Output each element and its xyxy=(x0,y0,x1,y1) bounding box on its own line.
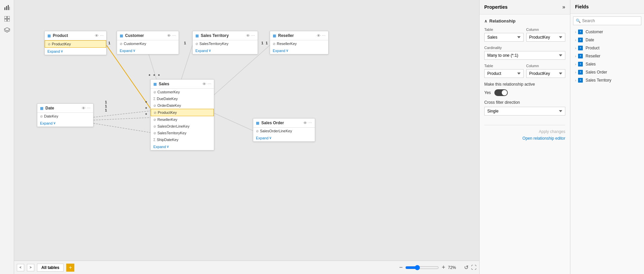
field-item-product[interactable]: › ≡ Product xyxy=(570,44,644,52)
cardinality-date-star-c: * xyxy=(145,112,147,117)
expand-sales-order[interactable]: Expand ∨ xyxy=(253,134,315,141)
cardinality-select[interactable]: Many to one (*:1) xyxy=(484,51,565,60)
column1-col: Column ProductKey xyxy=(526,28,566,42)
visibility-icon-product[interactable]: 👁 xyxy=(95,34,99,38)
chevron-down-icon-sales-order: ∨ xyxy=(269,136,272,140)
column2-label: Column xyxy=(526,64,566,68)
chevron-down-icon-date: ∨ xyxy=(53,121,56,125)
properties-panel: Properties » ∧ Relationship Table Sales … xyxy=(479,0,570,274)
cardinality-star-1: * xyxy=(149,73,150,78)
row-icon-resellerkey: ⊘ xyxy=(273,42,275,46)
fields-header: Fields xyxy=(570,0,644,14)
visibility-icon-sales-order[interactable]: 👁 xyxy=(303,121,307,125)
sidebar-icon-layers[interactable] xyxy=(2,26,12,35)
collapse-properties-button[interactable]: » xyxy=(562,4,565,10)
chevron-up-icon: ∧ xyxy=(484,19,487,24)
prev-nav-button[interactable]: < xyxy=(17,264,24,271)
field-item-date[interactable]: › ≡ Date xyxy=(570,36,644,44)
active-toggle[interactable] xyxy=(494,89,508,96)
cardinality-date-1c: 1 xyxy=(105,108,107,112)
table-row-sales-duedatekey: Σ DueDateKey xyxy=(151,95,214,102)
table-row-customerkey: ⊘ CustomerKey xyxy=(117,40,179,47)
zoom-level: 72% xyxy=(448,265,460,270)
expand-icon-sales: › xyxy=(575,62,576,66)
table1-col: Table Sales xyxy=(484,28,524,42)
expand-sales[interactable]: Expand ∨ xyxy=(151,143,214,150)
active-label: Make this relationship active xyxy=(484,82,565,87)
svg-marker-8 xyxy=(4,28,10,31)
table-icon-sales-order: ▦ xyxy=(256,121,259,125)
table-icon-product-fields: ≡ xyxy=(578,46,583,50)
next-nav-button[interactable]: > xyxy=(27,264,34,271)
cardinality-label: Cardinality xyxy=(484,46,565,50)
table-title-sales-order: Sales Order xyxy=(261,121,302,125)
table-header-sales-territory: ▦ Sales Territory 👁 ⋯ xyxy=(193,31,258,40)
expand-date[interactable]: Expand ∨ xyxy=(37,120,93,127)
zoom-out-button[interactable]: − xyxy=(399,264,403,271)
expand-territory[interactable]: Expand ∨ xyxy=(193,47,258,54)
field-item-sales-order[interactable]: › ≡ Sales Order xyxy=(570,68,644,76)
table2-col: Table Product xyxy=(484,64,524,78)
visibility-icon-date[interactable]: 👁 xyxy=(82,106,85,110)
field-item-sales-territory[interactable]: › ≡ Sales Territory xyxy=(570,76,644,84)
more-icon-territory[interactable]: ⋯ xyxy=(251,34,255,38)
table-header-icons-customer: 👁 ⋯ xyxy=(167,34,176,38)
sidebar-icon-grid[interactable] xyxy=(2,14,12,24)
more-icon-sales[interactable]: ⋯ xyxy=(207,82,211,86)
table-header-sales-order: ▦ Sales Order 👁 ⋯ xyxy=(253,119,315,128)
field-item-sales[interactable]: › ≡ Sales xyxy=(570,60,644,68)
svg-rect-3 xyxy=(9,7,10,10)
fields-search-input[interactable] xyxy=(573,16,641,25)
field-item-reseller[interactable]: › ≡ Reseller xyxy=(570,52,644,60)
svg-line-16 xyxy=(213,112,254,131)
table-header-icons-date: 👁 ⋯ xyxy=(82,106,90,110)
zoom-in-button[interactable]: + xyxy=(442,264,445,271)
all-tables-tab[interactable]: All tables xyxy=(37,264,64,272)
table1-select[interactable]: Sales xyxy=(484,33,524,42)
table-card-reseller: ▦ Reseller 👁 ⋯ ⊘ ResellerKey Expand ∨ xyxy=(270,31,329,54)
fields-list: › ≡ Customer › ≡ Date › ≡ Product › ≡ Re… xyxy=(570,28,644,84)
table-header-icons-product: 👁 ⋯ xyxy=(95,34,104,38)
svg-rect-1 xyxy=(6,6,7,10)
field-label-sales-territory: Sales Territory xyxy=(585,78,611,83)
zoom-slider[interactable] xyxy=(405,265,439,270)
reset-zoom-button[interactable]: ↺ xyxy=(464,264,468,271)
column2-select[interactable]: ProductKey xyxy=(526,69,566,78)
more-icon-customer[interactable]: ⋯ xyxy=(172,34,176,38)
table-header-icons-sales-order: 👁 ⋯ xyxy=(303,121,312,125)
field-label-sales: Sales xyxy=(585,62,596,66)
more-icon-reseller[interactable]: ⋯ xyxy=(322,34,326,38)
table-icon-customer: ▦ xyxy=(120,34,123,38)
svg-rect-5 xyxy=(7,16,10,18)
visibility-icon-territory[interactable]: 👁 xyxy=(246,34,250,38)
visibility-icon-sales[interactable]: 👁 xyxy=(202,82,206,86)
chevron-down-icon-sales: ∨ xyxy=(166,144,169,149)
add-tab-button[interactable]: + xyxy=(66,264,74,272)
sidebar-icon-bar-chart[interactable] xyxy=(2,3,12,12)
table-card-sales-territory: ▦ Sales Territory 👁 ⋯ ⊘ SalesTerritoryKe… xyxy=(192,31,258,54)
expand-product[interactable]: Expand ∨ xyxy=(45,48,106,55)
more-icon-date[interactable]: ⋯ xyxy=(87,106,90,110)
svg-line-14 xyxy=(91,118,151,120)
expand-customer[interactable]: Expand ∨ xyxy=(117,47,179,54)
more-icon-product[interactable]: ⋯ xyxy=(100,34,104,38)
properties-header: Properties » xyxy=(480,0,570,14)
fields-panel: Fields 🔍 › ≡ Customer › ≡ Date › ≡ Produ… xyxy=(570,0,644,274)
table-card-date: ▦ Date 👁 ⋯ ⊘ DateKey Expand ∨ xyxy=(37,103,93,127)
open-relationship-editor-link[interactable]: Open relationship editor xyxy=(484,136,565,141)
visibility-icon-customer[interactable]: 👁 xyxy=(167,34,171,38)
search-icon: 🔍 xyxy=(576,18,581,23)
column1-select[interactable]: ProductKey xyxy=(526,33,566,42)
field-name-salesterritorykey: SalesTerritoryKey xyxy=(199,42,228,46)
fullscreen-button[interactable]: ⛶ xyxy=(471,265,477,271)
svg-line-13 xyxy=(91,111,151,118)
table2-select[interactable]: Product xyxy=(484,69,524,78)
field-name-productkey: ProductKey xyxy=(52,42,71,46)
visibility-icon-reseller[interactable]: 👁 xyxy=(317,34,320,38)
cross-filter-select[interactable]: Single xyxy=(484,107,565,116)
field-label-customer: Customer xyxy=(585,30,603,34)
more-icon-sales-order[interactable]: ⋯ xyxy=(308,121,312,125)
table-title-sales: Sales xyxy=(159,82,201,86)
field-item-customer[interactable]: › ≡ Customer xyxy=(570,28,644,36)
expand-reseller[interactable]: Expand ∨ xyxy=(270,47,328,54)
